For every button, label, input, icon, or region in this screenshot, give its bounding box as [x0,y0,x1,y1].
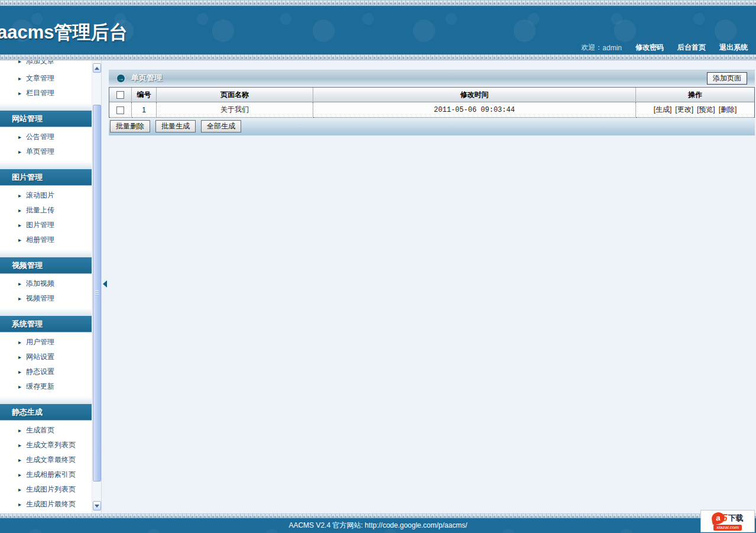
sidebar-item[interactable]: ▸ 生成文章最终页 [0,453,92,467]
column-header-id: 编号 [132,88,157,102]
batch-button-1[interactable]: 批量生成 [155,120,196,133]
column-header-operations: 操作 [636,88,754,102]
sidebar-item-label: 栏目管理 [26,89,54,97]
sidebar: ▸ 添加文章 ▸ 文章管理 ▸ 栏目管理 网站管理 ▸ 公告管理 ▸ 单页管理 … [0,60,92,513]
row-action-link[interactable]: [生成] [654,105,672,114]
pages-table: 编号 页面名称 修改时间 操作 1 关于我们 2011-05-06 09:03:… [109,87,755,118]
sidebar-item[interactable]: ▸ 公告管理 [0,130,92,144]
topnav-link-0[interactable]: 修改密码 [635,43,664,51]
sidebar-item[interactable]: ▸ 用户管理 [0,335,92,350]
sidebar-item[interactable]: ▸ 图片管理 [0,218,92,232]
batch-button-bar: 批量删除批量生成全部生成 [109,118,755,135]
footer-text: AACMS V2.4 官方网站: http://code.google.com/… [288,521,467,529]
batch-button-2[interactable]: 全部生成 [201,120,241,133]
bullet-arrow-icon: ▸ [18,467,21,482]
sidebar-item[interactable]: ▸ 缓存更新 [0,379,92,394]
main-content: → 单页管理 添加页面 编号 页面名称 修改时间 操作 [109,60,755,513]
sidebar-item-label: 静态设置 [26,367,54,376]
a5xiazai-logo[interactable]: a 5 下载 xiazai.com [700,510,755,532]
topnav-link-2[interactable]: 退出系统 [719,43,748,51]
bullet-arrow-icon: ▸ [18,438,21,453]
sidebar-item-label: 网站设置 [26,353,54,361]
username: admin [602,44,622,52]
sidebar-item-label: 生成图片列表页 [26,485,76,493]
sidebar-item[interactable]: ▸ 文章管理 [0,71,92,86]
row-select-cell [109,102,132,118]
sidebar-group: 视频管理 ▸ 添加视频 ▸ 视频管理 [0,250,92,308]
sidebar-item[interactable]: ▸ 生成文章列表页 [0,438,92,453]
sidebar-item-partial[interactable]: ▸ 添加文章 [0,60,92,69]
topnav-links: 修改密码后台首页退出系统 [622,43,748,53]
row-id: 1 [132,102,157,118]
bullet-arrow-icon: ▸ [18,218,21,232]
sidebar-item[interactable]: ▸ 生成相册索引页 [0,467,92,482]
scrollbar-grip-icon [95,290,99,296]
bullet-arrow-icon: ▸ [18,71,21,86]
column-header-page-name: 页面名称 [157,88,313,102]
module-arrow-icon: → [116,74,125,83]
sidebar-item[interactable]: ▸ 静态设置 [0,364,92,379]
sidebar-item[interactable]: ▸ 生成图片列表页 [0,482,92,497]
sidebar-item-label: 生成文章列表页 [26,441,76,449]
add-page-button[interactable]: 添加页面 [707,72,747,85]
sidebar-item[interactable]: ▸ 栏目管理 [0,86,92,101]
sidebar-item[interactable]: ▸ 单页管理 [0,144,92,159]
sidebar-item[interactable]: ▸ 添加视频 [0,276,92,291]
bullet-arrow-icon: ▸ [18,276,21,291]
bullet-arrow-icon: ▸ [18,453,21,467]
sidebar-item-label: 缓存更新 [26,382,54,390]
sidebar-item-label: 图片管理 [26,221,54,229]
row-modified-time: 2011-05-06 09:03:44 [313,102,636,118]
sidebar-section-header-5: 静态生成 [0,404,92,421]
scroll-up-button[interactable] [93,63,101,73]
page: aacms管理后台 欢迎： admin 修改密码后台首页退出系统 ▸ 添加文章 … [0,0,756,533]
sidebar-collapse-arrow-icon[interactable] [103,280,107,288]
sidebar-item[interactable]: ▸ 滚动图片 [0,188,92,203]
topnav-link-1[interactable]: 后台首页 [677,43,706,51]
sidebar-section-label: 网站管理 [12,114,43,123]
scroll-up-icon [95,67,99,70]
sidebar-group-separator [0,396,92,404]
sidebar-item[interactable]: ▸ 网站设置 [0,350,92,364]
sidebar-group-separator [0,161,92,169]
select-all-checkbox[interactable] [116,91,124,99]
sidebar-section-header-4: 系统管理 [0,316,92,332]
sidebar-section-label: 系统管理 [12,319,43,328]
row-action-link[interactable]: [预览] [697,105,715,114]
sidebar-group-items: ▸ 滚动图片 ▸ 批量上传 ▸ 图片管理 ▸ 相册管理 [0,186,92,250]
bullet-arrow-icon: ▸ [18,364,21,379]
bullet-arrow-icon: ▸ [18,497,21,512]
sidebar-item-label: 相册管理 [26,235,54,244]
bullet-arrow-icon: ▸ [18,203,21,218]
scroll-down-button[interactable] [93,501,101,511]
sidebar-item-label: 批量上传 [26,206,54,214]
sidebar-item[interactable]: ▸ 批量上传 [0,203,92,218]
row-checkbox[interactable] [116,106,124,114]
row-action-link[interactable]: [更改] [675,105,693,114]
sidebar-section-header-2: 图片管理 [0,169,92,186]
batch-button-0[interactable]: 批量删除 [110,120,150,133]
sidebar-item-label: 文章管理 [26,74,54,82]
sidebar-item[interactable]: ▸ 生成图片最终页 [0,497,92,512]
module-header: → 单页管理 添加页面 [109,70,755,86]
sidebar-item-label: 生成图片最终页 [26,500,76,508]
sidebar-item[interactable]: ▸ 生成首页 [0,423,92,438]
sidebar-item-label: 添加视频 [26,279,54,288]
sidebar-item-label: 添加文章 [26,60,54,65]
sidebar-item[interactable]: ▸ 相册管理 [0,232,92,247]
scrollbar-thumb[interactable] [93,105,101,482]
pattern-border-top [0,0,756,6]
a5-logo-top: a 5 下载 [712,512,743,524]
welcome-label: 欢迎： [581,43,602,53]
sidebar-item[interactable]: ▸ 视频管理 [0,291,92,306]
bullet-arrow-icon: ▸ [18,130,21,144]
sidebar-item-label: 公告管理 [26,133,54,141]
sidebar-section-label: 静态生成 [12,408,43,416]
sidebar-item-label: 滚动图片 [26,191,54,199]
row-action-link[interactable]: [删除] [719,105,737,114]
bullet-arrow-icon: ▸ [18,335,21,350]
bullet-arrow-icon: ▸ [18,482,21,497]
sidebar-scrollbar[interactable] [92,60,102,513]
sidebar-group: 网站管理 ▸ 公告管理 ▸ 单页管理 [0,103,92,161]
sidebar-group: ▸ 文章管理 ▸ 栏目管理 [0,69,92,103]
